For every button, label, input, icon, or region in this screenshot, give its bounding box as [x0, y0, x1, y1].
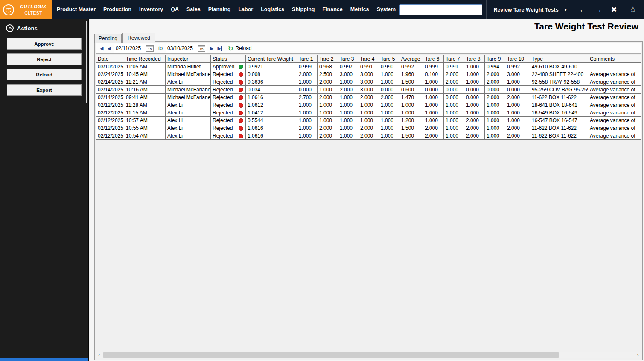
table-row[interactable]: 02/14/202509:41 AMMichael McFarlaneRejec…	[96, 94, 641, 101]
menu-item-metrics[interactable]: Metrics	[347, 0, 373, 19]
column-header-status[interactable]: Status	[211, 55, 236, 63]
column-header-type[interactable]: Type	[530, 55, 588, 63]
cell-t5[interactable]: 1.000	[379, 117, 399, 124]
cell-weight[interactable]: 0.9921	[246, 63, 297, 70]
cell-t2[interactable]: 0.968	[318, 63, 338, 70]
cell-status[interactable]: Rejected	[211, 124, 236, 132]
cell-time[interactable]: 10:16 AM	[124, 86, 166, 94]
cell-t5[interactable]: 1.000	[379, 101, 399, 109]
menu-item-labor[interactable]: Labor	[234, 0, 257, 19]
cell-time[interactable]: 10:54 AM	[124, 132, 166, 140]
cell-type[interactable]: 18-641 BOX 18-641	[530, 101, 588, 109]
column-header-date[interactable]: Date	[96, 55, 124, 63]
column-header-t1[interactable]: Tare 1	[297, 55, 318, 63]
column-header-t7[interactable]: Tare 7	[444, 55, 464, 63]
cell-dot[interactable]	[236, 78, 246, 86]
column-header-t8[interactable]: Tare 8	[464, 55, 485, 63]
column-header-t2[interactable]: Tare 2	[318, 55, 338, 63]
global-search-input[interactable]	[399, 4, 482, 15]
cell-date[interactable]: 03/10/2025	[96, 63, 124, 70]
cell-t4[interactable]: 1.000	[358, 101, 379, 109]
cell-status[interactable]: Rejected	[211, 109, 236, 117]
cell-avg[interactable]: 0.992	[399, 63, 423, 70]
cell-t7[interactable]: 0.000	[444, 94, 464, 101]
cell-comments[interactable]: Average variance of	[588, 70, 641, 78]
date-to-input[interactable]	[167, 45, 196, 51]
cell-weight[interactable]: 1.0616	[246, 124, 297, 132]
table-row[interactable]: 02/12/202510:57 AMAlex LiRejected0.55441…	[96, 117, 641, 124]
cell-comments[interactable]: Average variance of	[588, 132, 641, 140]
cell-t9[interactable]: 1.000	[485, 124, 505, 132]
menu-item-system[interactable]: System	[373, 0, 399, 19]
menu-item-shipping[interactable]: Shipping	[288, 0, 318, 19]
cell-status[interactable]: Rejected	[211, 78, 236, 86]
menu-item-production[interactable]: Production	[99, 0, 135, 19]
cell-t7[interactable]: 2.000	[444, 78, 464, 86]
next-button[interactable]: ▶	[209, 46, 214, 51]
cell-t5[interactable]: 1.000	[379, 132, 399, 140]
cell-t2[interactable]: 1.000	[318, 117, 338, 124]
cell-weight[interactable]: 0.008	[246, 70, 297, 78]
cell-t7[interactable]: 1.000	[444, 117, 464, 124]
cell-time[interactable]: 10:57 AM	[124, 117, 166, 124]
column-header-weight[interactable]: Current Tare Weight	[246, 55, 297, 63]
cell-inspector[interactable]: Alex Li	[166, 132, 211, 140]
cell-time[interactable]: 11:28 AM	[124, 101, 166, 109]
cell-inspector[interactable]: Michael McFarlane	[166, 94, 211, 101]
back-button[interactable]: ←	[575, 0, 591, 19]
last-page-button[interactable]: ▶	[216, 46, 223, 51]
cell-t8[interactable]: 0.000	[464, 86, 485, 94]
cell-inspector[interactable]: Michael McFarlane	[166, 86, 211, 94]
cell-t6[interactable]: 2.000	[423, 132, 444, 140]
cell-dot[interactable]	[236, 132, 246, 140]
cell-t6[interactable]: 1.000	[423, 117, 444, 124]
cell-t4[interactable]: 2.000	[358, 132, 379, 140]
cell-t9[interactable]: 2.000	[485, 70, 505, 78]
cell-t10[interactable]: 2.000	[505, 124, 530, 132]
cell-t6[interactable]: 1.000	[423, 78, 444, 86]
scroll-left-arrow[interactable]: ‹	[96, 352, 102, 358]
column-header-inspector[interactable]: Inspector	[166, 55, 211, 63]
cell-t8[interactable]: 1.000	[464, 70, 485, 78]
cell-weight[interactable]: 1.0616	[246, 132, 297, 140]
cell-avg[interactable]: 1.500	[399, 124, 423, 132]
menu-item-product-master[interactable]: Product Master	[53, 0, 99, 19]
cell-dot[interactable]	[236, 86, 246, 94]
cell-weight[interactable]: 1.0612	[246, 101, 297, 109]
cell-t3[interactable]: 2.000	[338, 86, 358, 94]
cell-t10[interactable]: 1.000	[505, 117, 530, 124]
cell-t6[interactable]: 0.100	[423, 70, 444, 78]
cell-status[interactable]: Rejected	[211, 70, 236, 78]
cell-t7[interactable]: 0.991	[444, 63, 464, 70]
column-header-t4[interactable]: Tare 4	[358, 55, 379, 63]
table-row[interactable]: 02/14/202511:21 AMAlex LiRejected0.36361…	[96, 78, 641, 86]
cell-status[interactable]: Approved	[211, 63, 236, 70]
cell-t10[interactable]: 0.992	[505, 63, 530, 70]
cell-avg[interactable]: 1.000	[399, 101, 423, 109]
cell-t9[interactable]: 1.000	[485, 132, 505, 140]
cell-t2[interactable]: 2.000	[318, 94, 338, 101]
cell-avg[interactable]: 1.200	[399, 117, 423, 124]
cell-t4[interactable]: 1.000	[358, 109, 379, 117]
cell-t2[interactable]: 2.000	[318, 132, 338, 140]
column-header-dot[interactable]	[236, 55, 246, 63]
cell-t5[interactable]: 1.000	[379, 124, 399, 132]
cell-t1[interactable]: 1.000	[297, 109, 318, 117]
cell-t4[interactable]: 3.000	[358, 70, 379, 78]
cell-t3[interactable]: 1.000	[338, 109, 358, 117]
cell-comments[interactable]: Average variance of	[588, 117, 641, 124]
cell-t3[interactable]: 0.997	[338, 63, 358, 70]
cell-t7[interactable]: 1.000	[444, 124, 464, 132]
cell-time[interactable]: 11:05 AM	[124, 63, 166, 70]
cell-t1[interactable]: 0.999	[297, 63, 318, 70]
cell-avg[interactable]: 1.000	[399, 109, 423, 117]
table-row[interactable]: 02/14/202510:16 AMMichael McFarlaneRejec…	[96, 86, 641, 94]
cell-t1[interactable]: 0.000	[297, 86, 318, 94]
menu-item-logistics[interactable]: Logistics	[257, 0, 288, 19]
menu-item-finance[interactable]: Finance	[319, 0, 347, 19]
cell-date[interactable]: 02/24/2025	[96, 70, 124, 78]
cell-time[interactable]: 10:55 AM	[124, 124, 166, 132]
cell-weight[interactable]: 0.034	[246, 86, 297, 94]
cell-t7[interactable]: 1.000	[444, 132, 464, 140]
cell-avg[interactable]: 0.600	[399, 86, 423, 94]
